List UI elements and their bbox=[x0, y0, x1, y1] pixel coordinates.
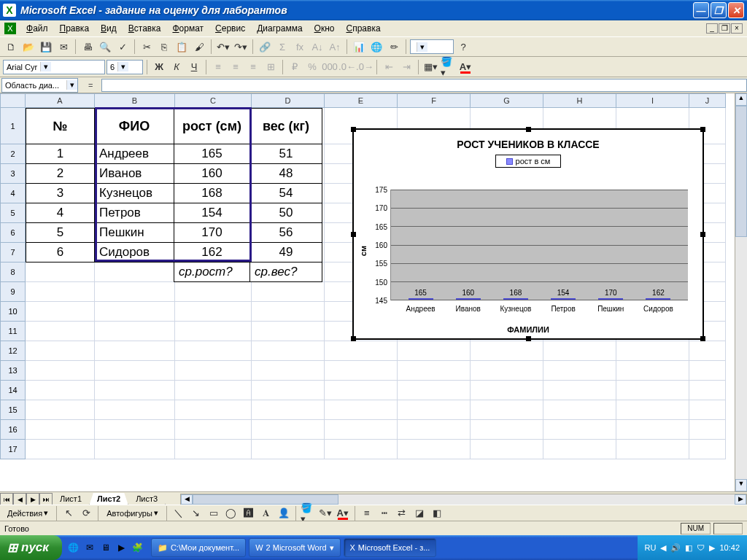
new-button[interactable]: 🗋 bbox=[3, 39, 19, 55]
cell-A13[interactable] bbox=[26, 361, 95, 381]
tray-guard-icon[interactable]: 🛡 bbox=[697, 543, 705, 552]
ql-desktop-icon[interactable]: 🖥 bbox=[98, 540, 113, 555]
table-cell[interactable]: 51 bbox=[250, 144, 322, 164]
cell-C9[interactable] bbox=[175, 282, 252, 302]
cell-G16[interactable] bbox=[471, 420, 543, 440]
cell-D12[interactable] bbox=[252, 341, 325, 361]
select-objects-button[interactable]: ↖ bbox=[61, 505, 77, 521]
cell-E14[interactable] bbox=[325, 381, 398, 400]
cell-H17[interactable] bbox=[543, 440, 616, 459]
percent-button[interactable]: % bbox=[304, 59, 320, 75]
tray-play-icon[interactable]: ▶ bbox=[709, 543, 715, 553]
vertical-scrollbar[interactable]: ▲▼ bbox=[735, 93, 747, 491]
close-button[interactable]: ✕ bbox=[728, 2, 744, 18]
cell-E16[interactable] bbox=[325, 420, 398, 440]
table-cell[interactable]: Андреев bbox=[95, 144, 174, 164]
menu-диаграмма[interactable]: Диаграмма bbox=[251, 22, 308, 35]
taskbar-task[interactable]: XMicrosoft Excel - з... bbox=[344, 538, 437, 557]
menu-сервис[interactable]: Сервис bbox=[209, 22, 251, 35]
cell-G17[interactable] bbox=[471, 440, 543, 459]
sheet-tab-Лист2[interactable]: Лист2 bbox=[89, 493, 128, 506]
cell-E15[interactable] bbox=[325, 400, 398, 420]
ql-mail-icon[interactable]: ✉ bbox=[82, 540, 97, 555]
menu-файл[interactable]: Файл bbox=[20, 22, 54, 35]
decrease-decimal-button[interactable]: .0→ bbox=[357, 59, 373, 75]
menu-справка[interactable]: Справка bbox=[341, 22, 387, 35]
format-painter-button[interactable]: 🖌 bbox=[191, 39, 207, 55]
undo-button[interactable]: ↶▾ bbox=[215, 39, 231, 55]
formula-input[interactable] bbox=[101, 79, 747, 92]
cell-A12[interactable] bbox=[26, 341, 95, 361]
cell-C11[interactable] bbox=[175, 322, 252, 341]
cell-C13[interactable] bbox=[175, 361, 252, 381]
table-cell[interactable]: 6 bbox=[26, 243, 95, 262]
col-header-F[interactable]: F bbox=[398, 93, 471, 108]
row-header-11[interactable]: 11 bbox=[0, 322, 26, 341]
zoom-combo[interactable]: ▾ bbox=[410, 39, 454, 54]
fontsize-combo[interactable]: 6▾ bbox=[107, 60, 143, 74]
sort-asc-button[interactable]: A↓ bbox=[309, 39, 325, 55]
cell-D10[interactable] bbox=[252, 302, 325, 322]
cell-I16[interactable] bbox=[616, 420, 689, 440]
fx-button[interactable]: fx bbox=[292, 39, 308, 55]
arrow-button[interactable]: ↘ bbox=[188, 505, 204, 521]
cell-C14[interactable] bbox=[175, 381, 252, 400]
align-left-button[interactable]: ≡ bbox=[210, 59, 226, 75]
cell-G15[interactable] bbox=[471, 400, 543, 420]
tray-app-icon[interactable]: ◧ bbox=[685, 543, 692, 553]
cell-J15[interactable] bbox=[689, 400, 726, 420]
increase-indent-button[interactable]: ⇥ bbox=[398, 59, 414, 75]
print-button[interactable]: 🖶 bbox=[80, 39, 96, 55]
preview-button[interactable]: 🔍 bbox=[97, 39, 113, 55]
taskbar-task[interactable]: W2 Microsoft Word▾ bbox=[249, 538, 340, 557]
oval-button[interactable]: ◯ bbox=[223, 505, 239, 521]
clipart-button[interactable]: 👤 bbox=[276, 505, 292, 521]
start-button[interactable]: ⊞пуск bbox=[0, 535, 62, 560]
table-cell[interactable]: 2 bbox=[26, 164, 95, 184]
cell-H15[interactable] bbox=[543, 400, 616, 420]
table-cell[interactable]: 165 bbox=[174, 144, 250, 164]
cell-J16[interactable] bbox=[689, 420, 726, 440]
fill-color-draw[interactable]: 🪣▾ bbox=[300, 505, 316, 521]
cell-A9[interactable] bbox=[26, 282, 95, 302]
merge-button[interactable]: ⊞ bbox=[263, 59, 279, 75]
col-header-A[interactable]: A bbox=[26, 93, 95, 108]
ql-media-icon[interactable]: ▶ bbox=[115, 540, 129, 555]
cell-H14[interactable] bbox=[543, 381, 616, 400]
italic-button[interactable]: К bbox=[169, 59, 185, 75]
cell-F16[interactable] bbox=[398, 420, 471, 440]
table-cell[interactable]: 3 bbox=[26, 184, 95, 203]
rectangle-button[interactable]: ▭ bbox=[206, 505, 222, 521]
table-cell[interactable]: 4 bbox=[26, 203, 95, 223]
row-header-13[interactable]: 13 bbox=[0, 361, 26, 381]
cell-B11[interactable] bbox=[95, 322, 175, 341]
cell-G14[interactable] bbox=[471, 381, 543, 400]
shadow-button[interactable]: ◪ bbox=[411, 505, 427, 521]
cell-D17[interactable] bbox=[252, 440, 325, 459]
cell-C10[interactable] bbox=[175, 302, 252, 322]
cell-H12[interactable] bbox=[543, 341, 616, 361]
cell-J13[interactable] bbox=[689, 361, 726, 381]
table-cell[interactable]: 56 bbox=[250, 223, 322, 243]
row-header-10[interactable]: 10 bbox=[0, 302, 26, 322]
tray-back-icon[interactable]: ◀ bbox=[660, 543, 666, 553]
mdi-minimize[interactable]: _ bbox=[706, 23, 718, 34]
cell-C12[interactable] bbox=[175, 341, 252, 361]
menu-окно[interactable]: Окно bbox=[309, 22, 341, 35]
cell-G13[interactable] bbox=[471, 361, 543, 381]
menu-вид[interactable]: Вид bbox=[95, 22, 123, 35]
col-header-G[interactable]: G bbox=[471, 93, 543, 108]
menu-формат[interactable]: Формат bbox=[166, 22, 209, 35]
drawing-button[interactable]: ✏ bbox=[386, 39, 402, 55]
menu-правка[interactable]: Правка bbox=[54, 22, 96, 35]
font-color-button[interactable]: A▾ bbox=[457, 59, 473, 75]
cell-A14[interactable] bbox=[26, 381, 95, 400]
col-header-J[interactable]: J bbox=[689, 93, 726, 108]
sheet-tab-Лист3[interactable]: Лист3 bbox=[128, 493, 166, 506]
minimize-button[interactable]: — bbox=[693, 2, 709, 18]
cell-B10[interactable] bbox=[95, 302, 175, 322]
cell-A15[interactable] bbox=[26, 400, 95, 420]
cell-D11[interactable] bbox=[252, 322, 325, 341]
col-header-C[interactable]: C bbox=[175, 93, 252, 108]
table-cell[interactable]: 162 bbox=[174, 243, 250, 262]
